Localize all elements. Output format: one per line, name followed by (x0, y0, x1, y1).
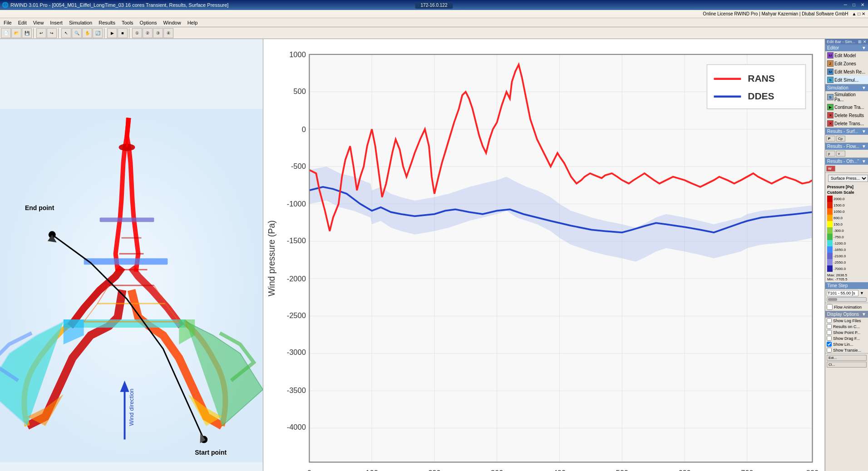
simulation-pa-item[interactable]: S Simulation Pa... (825, 91, 868, 103)
checkbox-show-drag: Show Drag F... (825, 335, 868, 341)
show-transie-checkbox[interactable] (827, 348, 832, 353)
cs-swatch-600 (827, 215, 833, 221)
cs-swatch-n2100 (827, 253, 833, 259)
tb-view2[interactable]: ② (143, 28, 153, 38)
simulation-header[interactable]: Simulation ▼ (825, 84, 868, 91)
continue-tra-item[interactable]: ▶ Continue Tra... (825, 103, 868, 111)
flow-animation-row: Flow Animation (825, 303, 868, 311)
cs-swatch-n750 (827, 234, 833, 240)
tb-stop[interactable]: ■ (118, 28, 128, 38)
cs-row-n750: -750.0 (827, 234, 866, 240)
surf-btn-p[interactable]: P (826, 136, 835, 142)
show-drag-checkbox[interactable] (827, 336, 832, 341)
results-flow-header[interactable]: Results - Flow... ▼ (825, 143, 868, 150)
tb-redo[interactable]: ↪ (47, 28, 57, 38)
title-bar-ip: 172-16.0.122 (415, 2, 453, 9)
results-c-checkbox[interactable] (827, 324, 832, 329)
edit-mesh-item[interactable]: M Edit Mesh Re... (825, 68, 868, 76)
svg-text:-2000: -2000 (287, 275, 306, 283)
edit-btn1[interactable]: Edi... (827, 355, 867, 361)
edit-model-item[interactable]: M Edit Model (825, 51, 868, 59)
cs-row-150: 150.0 (827, 221, 866, 227)
minimize-button[interactable]: ─ (842, 1, 849, 9)
show-point-checkbox[interactable] (827, 330, 832, 335)
edit-zones-item[interactable]: Z Edit Zones (825, 59, 868, 68)
svg-text:-2500: -2500 (287, 311, 306, 319)
cs-label-n1200: -1200.0 (833, 241, 846, 245)
show-log-checkbox[interactable] (827, 318, 832, 323)
tb-undo[interactable]: ↩ (36, 28, 46, 38)
delete-results-icon: ✕ (827, 112, 833, 118)
results-oth-header[interactable]: Results - Oth..." ▼ (825, 158, 868, 165)
tb-view3[interactable]: ③ (153, 28, 163, 38)
title-bar-controls[interactable]: ─ □ ✕ (842, 1, 866, 9)
tb-render[interactable]: ▶ (107, 28, 117, 38)
tb-save[interactable]: 💾 (22, 28, 32, 38)
toolbar: 📄 📂 💾 ↩ ↪ ↖ 🔍 ✋ 🔄 ▶ ■ ① ② ③ ④ (0, 27, 868, 39)
viewport[interactable]: Wind direction End point Start point Wor… (0, 39, 263, 471)
menu-results[interactable]: Results (96, 19, 118, 26)
tb-rotate[interactable]: 🔄 (93, 28, 103, 38)
menu-file[interactable]: File (1, 19, 15, 26)
menu-window[interactable]: Window (161, 19, 184, 26)
menu-view[interactable]: View (30, 19, 47, 26)
svg-text:1000: 1000 (289, 50, 306, 59)
custom-scale-label: Custom Scale (827, 190, 866, 195)
tb-select[interactable]: ↖ (61, 28, 71, 38)
cs-swatch-n7000 (827, 265, 833, 272)
eiffel-visualization: Wind direction End point Start point (0, 39, 263, 471)
cs-label-150: 150.0 (833, 222, 843, 226)
flow-btn-v[interactable]: v (836, 151, 845, 157)
menu-tools[interactable]: Tools (119, 19, 136, 26)
time-scroll-thumb (828, 298, 837, 301)
cs-label-n2100: -2100.0 (833, 254, 846, 258)
display-options-header[interactable]: Display Options ▼ (825, 311, 868, 318)
results-surf-btns: P Cp (825, 135, 868, 142)
surface-press-select[interactable]: Surface Press... (828, 175, 868, 182)
tb-view4[interactable]: ④ (163, 28, 173, 38)
menu-insert[interactable]: Insert (47, 19, 65, 26)
svg-text:Wind pressure (Pa): Wind pressure (Pa) (266, 220, 276, 296)
cs-swatch-1050 (827, 208, 833, 215)
svg-text:-1000: -1000 (287, 200, 306, 208)
oth-btn-w[interactable]: W (826, 166, 835, 172)
flow-btn-p[interactable]: p (826, 151, 835, 157)
svg-text:-3500: -3500 (287, 386, 306, 394)
menu-help[interactable]: Help (185, 19, 201, 26)
editor-header[interactable]: Editor ▼ (825, 44, 868, 51)
show-drag-label: Show Drag F... (833, 336, 860, 341)
max-label: Max: 2636.5 (827, 273, 866, 277)
results-surf-header[interactable]: Results - Surf... ▼ (825, 128, 868, 135)
svg-rect-76 (707, 64, 805, 108)
display-options-section: Display Options ▼ Show Log Files Results… (825, 311, 868, 353)
svg-text:0: 0 (307, 469, 311, 471)
tb-view1[interactable]: ① (132, 28, 142, 38)
show-log-label: Show Log Files (833, 319, 861, 323)
tb-new[interactable]: 📄 (1, 28, 11, 38)
menu-bar: File Edit View Insert Simulation Results… (0, 18, 868, 27)
tb-pan[interactable]: ✋ (82, 28, 92, 38)
menu-simulation[interactable]: Simulation (66, 19, 95, 26)
tb-open[interactable]: 📂 (11, 28, 21, 38)
flow-animation-checkbox[interactable] (827, 304, 833, 310)
time-scroll-bar[interactable] (827, 297, 867, 302)
edit-simul-item[interactable]: S Edit Simul... (825, 76, 868, 84)
time-step-input[interactable] (827, 290, 858, 296)
cs-label-1050: 1050.0 (833, 210, 844, 214)
cs-swatch-n300 (827, 227, 833, 234)
menu-options[interactable]: Options (137, 19, 160, 26)
delete-trans-item[interactable]: ✕ Delete Trans... (825, 119, 868, 128)
maximize-button[interactable]: □ (851, 1, 857, 9)
svg-rect-2 (84, 258, 168, 265)
results-c-label: Results on C... (833, 324, 860, 329)
time-step-dropdown-arrow[interactable]: ▼ (860, 291, 864, 295)
delete-results-item[interactable]: ✕ Delete Results (825, 111, 868, 119)
cs-swatch-n1200 (827, 240, 833, 246)
menu-edit[interactable]: Edit (15, 19, 30, 26)
surf-btn-cp[interactable]: Cp (836, 136, 845, 142)
edit-btn2[interactable]: Cl... (827, 362, 867, 368)
close-button[interactable]: ✕ (859, 1, 866, 9)
svg-text:Wind direction: Wind direction (128, 388, 135, 426)
show-lin-checkbox[interactable] (827, 342, 832, 347)
tb-zoom[interactable]: 🔍 (72, 28, 82, 38)
